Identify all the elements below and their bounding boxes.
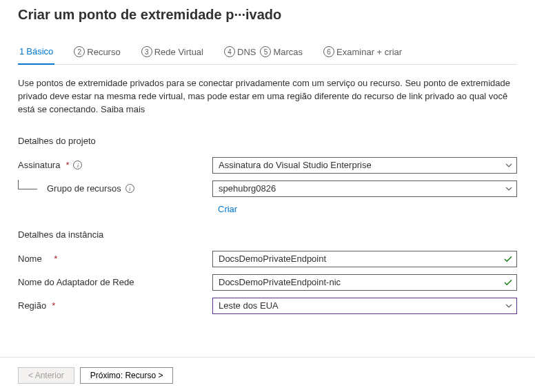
- tab-examinar-criar[interactable]: 6 Examinar + criar: [322, 46, 403, 64]
- tab-rede-virtual[interactable]: 3 Rede Virtual: [140, 46, 205, 64]
- tree-connector-icon: [18, 180, 37, 189]
- label-nic-name: Nome do Adaptador de Rede: [18, 277, 212, 287]
- check-icon: [503, 254, 513, 264]
- check-icon: [503, 278, 513, 287]
- info-icon[interactable]: i: [73, 161, 82, 169]
- resource-group-select[interactable]: spehubrg0826: [212, 180, 517, 197]
- section-instance-details: Detalhes da instância: [18, 229, 517, 240]
- description-text: Use pontos de extremidade privados para …: [18, 77, 517, 116]
- wizard-footer: < Anterior Próximo: Recurso >: [0, 357, 535, 384]
- info-icon[interactable]: i: [125, 184, 134, 193]
- tab-recurso[interactable]: 2 Recurso: [72, 46, 121, 64]
- step-circle-icon: 3: [141, 46, 152, 57]
- label-region: Região*: [18, 300, 212, 311]
- label-name: Nome *: [18, 254, 212, 264]
- step-circle-icon: 2: [74, 46, 85, 57]
- previous-button: < Anterior: [18, 367, 74, 384]
- name-input[interactable]: DocsDemoPrivateEndpoint: [212, 251, 517, 267]
- subscription-select[interactable]: Assinatura do Visual Studio Enterprise: [212, 157, 517, 174]
- required-asterisk: *: [52, 300, 55, 311]
- learn-more-link[interactable]: Saiba mais: [101, 104, 145, 114]
- region-select[interactable]: Leste dos EUA: [212, 298, 517, 314]
- create-new-resource-group-link[interactable]: Criar: [212, 204, 517, 214]
- label-resource-group: Grupo de recursos i: [18, 183, 212, 194]
- section-project-details: Detalhes do projeto: [18, 136, 517, 146]
- tab-basico[interactable]: 1 Básico: [18, 46, 54, 65]
- label-subscription: Assinatura* i: [18, 160, 212, 170]
- next-button[interactable]: Próximo: Recurso >: [80, 367, 174, 384]
- required-asterisk: *: [65, 160, 69, 170]
- tab-dns[interactable]: 4 DNS: [223, 46, 257, 64]
- tab-marcas[interactable]: 5 Marcas: [259, 46, 304, 64]
- page-title: Criar um ponto de extremidade p···ivado: [18, 7, 517, 23]
- wizard-tabs: 1 Básico 2 Recurso 3 Rede Virtual 4 DNS …: [18, 46, 517, 65]
- step-circle-icon: 4: [224, 46, 235, 57]
- step-circle-icon: 6: [323, 46, 334, 57]
- step-circle-icon: 5: [260, 46, 271, 57]
- nic-name-input[interactable]: DocsDemoPrivateEndpoint-nic: [212, 274, 517, 291]
- required-asterisk: *: [54, 254, 57, 264]
